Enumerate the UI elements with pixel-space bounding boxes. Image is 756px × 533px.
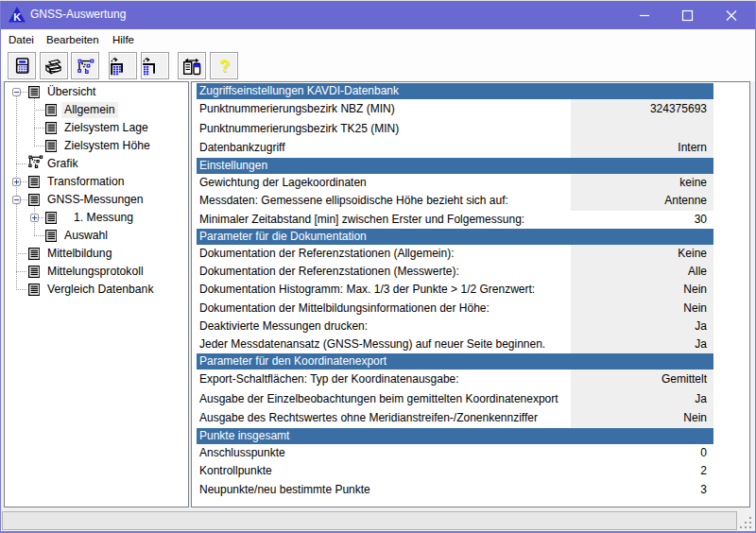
svg-text:K: K bbox=[13, 11, 21, 23]
svg-text:?: ? bbox=[220, 57, 231, 76]
